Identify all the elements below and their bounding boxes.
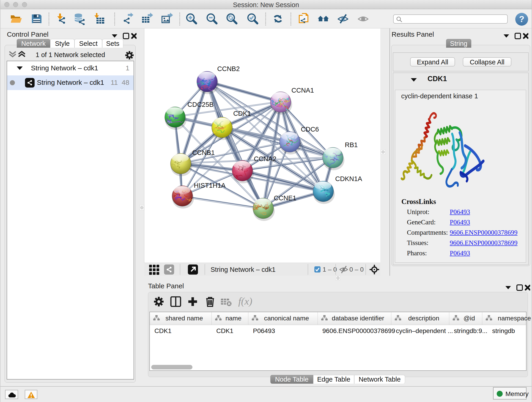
- svg-text:CCNA1: CCNA1: [291, 87, 314, 94]
- svg-text:CDC6: CDC6: [301, 126, 319, 133]
- svg-text:f(x): f(x): [238, 296, 252, 307]
- svg-text:CCNA2: CCNA2: [254, 155, 276, 162]
- svg-text:RB1: RB1: [345, 141, 358, 148]
- svg-text:CDKN1A: CDKN1A: [335, 175, 362, 182]
- svg-text:CCNB1: CCNB1: [192, 149, 215, 156]
- svg-text:HIST1H1A: HIST1H1A: [194, 182, 226, 189]
- svg-text:CCNE1: CCNE1: [274, 194, 296, 202]
- svg-text:CDK1: CDK1: [233, 110, 251, 117]
- svg-text:CDC25B: CDC25B: [187, 101, 214, 108]
- svg-text:CCNB2: CCNB2: [217, 65, 240, 72]
